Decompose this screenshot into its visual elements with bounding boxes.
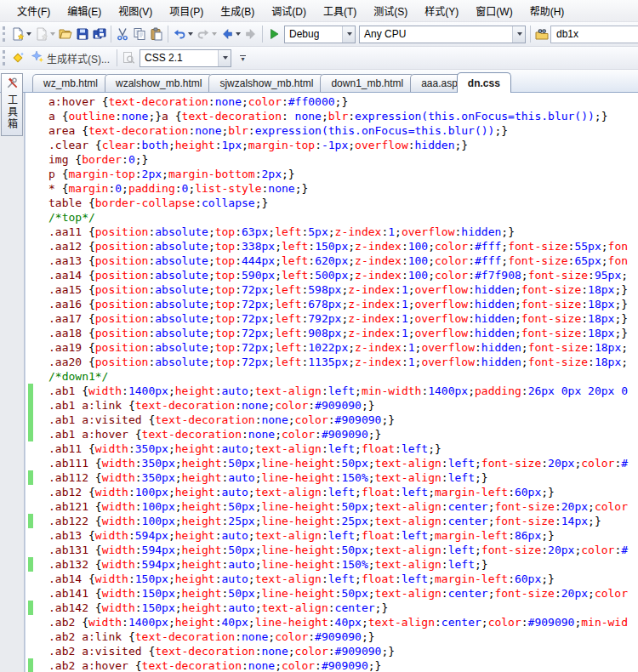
code-line[interactable]: .aa16 {position:absolute;top:72px;left:6…: [26, 297, 638, 311]
toolbar-grip[interactable]: [3, 50, 6, 65]
toolbox-tab[interactable]: 工具箱: [1, 73, 23, 136]
menu-item[interactable]: 视图(V): [110, 0, 161, 21]
code-token: ;: [348, 341, 355, 354]
code-line[interactable]: .clear {clear:both;height:1px;margin-top…: [26, 138, 638, 152]
code-line[interactable]: p {margin-top:2px;margin-bottom:2px;}: [26, 167, 638, 181]
code-token: 594px: [142, 558, 175, 571]
code-line[interactable]: .ab112 {width:350px;height:auto;line-hei…: [26, 470, 638, 485]
code-line[interactable]: img {border:0;}: [26, 152, 638, 167]
code-line[interactable]: table {border-collapse:collapse;}: [26, 196, 638, 210]
code-token: top: [215, 283, 235, 296]
platform-combo[interactable]: Any CPU: [359, 26, 526, 43]
menu-item[interactable]: 窗口(W): [467, 0, 521, 21]
save-all-icon[interactable]: [91, 25, 108, 44]
code-line[interactable]: .aa15 {position:absolute;top:72px;left:5…: [26, 282, 638, 297]
code-line[interactable]: .aa12 {position:absolute;top:338px;left:…: [26, 239, 638, 253]
find-in-files-icon[interactable]: [533, 25, 550, 44]
find-combo[interactable]: db1x: [550, 26, 638, 43]
tab-sjwzalshow_mb.html[interactable]: sjwzalshow_mb.html: [208, 74, 324, 92]
chevron-down-icon[interactable]: [218, 50, 231, 66]
code-line[interactable]: /*down1*/: [26, 369, 638, 384]
code-token: }: [142, 153, 149, 166]
menu-item[interactable]: 帮助(H): [521, 0, 573, 21]
code-line[interactable]: .ab1 a:link {text-decoration:none;color:…: [26, 398, 638, 413]
code-token: }: [621, 312, 628, 325]
code-line[interactable]: .ab131 {width:594px;height:50px;line-hei…: [26, 543, 638, 557]
code-token: ;: [175, 457, 182, 470]
copy-icon[interactable]: [131, 25, 148, 44]
undo-icon[interactable]: [171, 25, 195, 44]
code-line[interactable]: .ab2 {width:1400px;height:40px;line-heig…: [26, 615, 638, 629]
menu-item[interactable]: 文件(F): [9, 0, 59, 21]
menu-item[interactable]: 调试(D): [263, 0, 315, 21]
code-token: position: [95, 283, 149, 296]
generate-style-button[interactable]: 生成样式(S)...: [26, 48, 114, 68]
code-line[interactable]: .ab142 {width:150px;height:auto;text-ali…: [26, 601, 638, 615]
tab-wzalshow_mb.html[interactable]: wzalshow_mb.html: [105, 74, 213, 92]
code-line[interactable]: .aa20 {position:absolute;top:72px;left:1…: [26, 355, 638, 369]
code-line[interactable]: .aa11 {position:absolute;top:63px;left:5…: [26, 225, 638, 239]
navigate-backward-icon[interactable]: [219, 25, 242, 44]
code-line[interactable]: .ab121 {width:100px;height:50px;line-hei…: [26, 499, 638, 514]
code-line[interactable]: .aa13 {position:absolute;top:444px;left:…: [26, 253, 638, 268]
code-token: font-size: [521, 327, 581, 339]
open-file-icon[interactable]: [57, 25, 74, 44]
code-token: text-align: [375, 471, 441, 484]
css-version-combo[interactable]: CSS 2.1: [140, 49, 231, 67]
code-line[interactable]: .ab14 {width:150px;height:auto;text-alig…: [26, 572, 638, 586]
toolbar-grip[interactable]: [3, 26, 6, 42]
code-token: left: [448, 457, 475, 470]
tab-wz_mb.html[interactable]: wz_mb.html: [32, 74, 109, 92]
code-line[interactable]: .aa18 {position:absolute;top:72px;left:9…: [26, 326, 638, 340]
code-token: height: [182, 500, 222, 513]
menu-item[interactable]: 测试(S): [365, 0, 416, 21]
new-item-icon[interactable]: [9, 25, 33, 44]
tab-dn.css[interactable]: dn.css: [457, 72, 511, 93]
code-line[interactable]: .ab13 {width:594px;height:auto;text-alig…: [26, 528, 638, 543]
code-line[interactable]: .ab12 {width:100px;height:auto;text-alig…: [26, 485, 638, 499]
code-line[interactable]: a:hover {text-decoration:none;color:#ff0…: [26, 94, 638, 109]
menu-item[interactable]: 工具(T): [315, 0, 365, 21]
code-editor[interactable]: a:hover {text-decoration:none;color:#ff0…: [25, 93, 638, 672]
menu-item[interactable]: 样式(Y): [416, 0, 467, 21]
code-line[interactable]: .aa14 {position:absolute;top:590px;left:…: [26, 268, 638, 282]
code-line[interactable]: .ab1 a:visited {text-decoration:none;col…: [26, 413, 638, 427]
code-line[interactable]: * {margin:0;padding:0;list-style:none;}: [26, 181, 638, 196]
debug-config-combo[interactable]: Debug: [284, 26, 356, 43]
toolbar-overflow-icon[interactable]: ▾: [237, 53, 248, 64]
code-token: 86px: [515, 529, 541, 542]
menu-item[interactable]: 生成(B): [212, 0, 263, 21]
chevron-down-icon[interactable]: [342, 26, 355, 43]
menu-item[interactable]: 编辑(E): [59, 0, 110, 21]
code-line[interactable]: .ab141 {width:150px;height:50px;line-hei…: [26, 586, 638, 601]
chevron-down-icon[interactable]: [512, 26, 525, 43]
code-token: text-decoration: [155, 413, 254, 426]
code-token: ;: [168, 616, 175, 629]
build-style-icon[interactable]: [9, 48, 26, 68]
code-line[interactable]: .ab1 a:hover {text-decoration:none;color…: [26, 427, 638, 441]
code-line[interactable]: .ab122 {width:100px;height:25px;line-hei…: [26, 514, 638, 528]
code-line[interactable]: .ab11 {width:350px;height:auto;text-alig…: [26, 441, 638, 456]
code-line[interactable]: .ab1 {width:1400px;height:auto;text-alig…: [26, 384, 638, 398]
start-debug-icon[interactable]: [265, 25, 282, 44]
code-line[interactable]: area {text-decoration:none;blr:expressio…: [26, 123, 638, 138]
code-token: 350px: [142, 457, 175, 470]
code-token: text-align: [262, 601, 328, 614]
code-line[interactable]: .ab111 {width:350px;height:50px;line-hei…: [26, 456, 638, 470]
code-line[interactable]: .aa17 {position:absolute;top:72px;left:7…: [26, 311, 638, 326]
code-token: none: [195, 124, 221, 137]
code-line[interactable]: /*top*/: [26, 210, 638, 225]
code-line[interactable]: .ab2 a:hover {text-decoration:none;color…: [26, 658, 638, 672]
cut-icon[interactable]: [114, 25, 131, 44]
code-line[interactable]: .ab132 {width:594px;height:auto;line-hei…: [26, 557, 638, 572]
menu-item[interactable]: 项目(P): [161, 0, 212, 21]
code-token: ;: [541, 486, 548, 498]
code-token: outline: [68, 110, 115, 122]
paste-icon[interactable]: [148, 25, 165, 44]
tab-down1_mb.html[interactable]: down1_mb.html: [320, 74, 414, 92]
code-line[interactable]: .ab2 a:visited {text-decoration:none;col…: [26, 644, 638, 658]
code-line[interactable]: .aa19 {position:absolute;top:72px;left:1…: [26, 340, 638, 355]
save-icon[interactable]: [74, 25, 91, 44]
code-line[interactable]: .ab2 a:link {text-decoration:none;color:…: [26, 629, 638, 644]
code-line[interactable]: a {outline:none;}a {text-decoration: non…: [26, 109, 638, 123]
